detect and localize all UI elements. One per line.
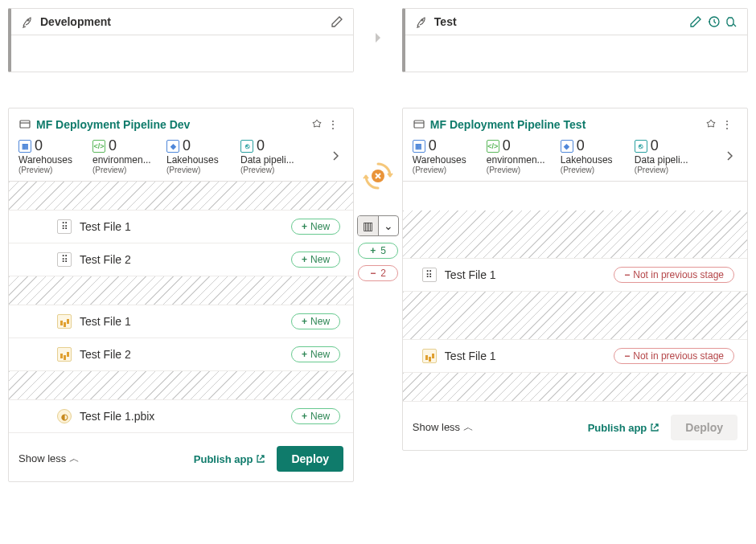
item-name: Test File 2 — [80, 253, 291, 266]
item-name: Test File 1 — [445, 350, 614, 362]
history-icon[interactable] — [707, 15, 720, 28]
compare-status-icon[interactable] — [363, 161, 393, 191]
item-row[interactable]: ◐ Test File 1.pbix +New — [9, 400, 353, 433]
report-icon — [57, 347, 72, 362]
item-row[interactable]: Test File 1 +New — [9, 305, 353, 338]
card-footer: Show less ︿ Publish app Deploy — [9, 433, 353, 472]
item-row[interactable]: Test File 1 −Not in previous stage — [403, 340, 747, 373]
item-row[interactable]: ⠿ Test File 1 −Not in previous stage — [403, 259, 747, 292]
stats-next-icon[interactable] — [327, 146, 343, 166]
pipeline-icon: ⎋ — [240, 140, 253, 153]
workspace-title: MF Deployment Pipeline Test — [430, 118, 702, 131]
item-name: Test File 1 — [445, 268, 614, 281]
svg-rect-3 — [20, 121, 30, 128]
stage-card-development: Development — [8, 8, 354, 72]
items-list: ⠿ Test File 1 +New ⠿ Test File 2 +New Te… — [9, 182, 353, 433]
new-badge: +New — [291, 219, 340, 235]
item-name: Test File 1 — [80, 220, 291, 233]
compare-mode-grid-icon[interactable]: ▥ — [358, 216, 378, 235]
stat-environments[interactable]: </>0 environmen... (Preview) — [92, 137, 166, 174]
chevron-up-icon: ︿ — [69, 452, 80, 464]
rocket-icon — [415, 15, 428, 28]
lakehouse-icon: ◆ — [561, 140, 573, 153]
stat-pipelines[interactable]: ⎋0 Data pipeli... (Preview) — [635, 137, 709, 174]
workspace-row: MF Deployment Pipeline Dev ⋮ ▦0 Warehous… — [8, 108, 748, 482]
hatched-placeholder — [9, 371, 353, 400]
new-badge: +New — [291, 408, 340, 424]
workspace-card-dev: MF Deployment Pipeline Dev ⋮ ▦0 Warehous… — [8, 108, 354, 482]
external-link-icon — [256, 454, 265, 464]
stats-row: ▦0 Warehouses (Preview) </>0 environmen.… — [9, 137, 353, 182]
hatched-placeholder — [403, 211, 747, 259]
stat-lakehouses[interactable]: ◆0 Lakehouses (Preview) — [561, 137, 635, 174]
edit-icon[interactable] — [331, 15, 343, 28]
stage-title: Development — [40, 15, 331, 28]
hatched-placeholder — [9, 276, 353, 305]
publish-app-link[interactable]: Publish app — [194, 453, 266, 465]
stage-title: Test — [434, 15, 689, 28]
workspace-icon — [18, 118, 31, 131]
lakehouse-icon: ◆ — [166, 140, 179, 153]
chevron-up-icon: ︿ — [463, 421, 474, 433]
deploy-button[interactable]: Deploy — [277, 446, 343, 472]
svg-rect-5 — [414, 121, 424, 128]
stat-environments[interactable]: </>0 environmen... (Preview) — [487, 137, 561, 174]
premium-icon — [311, 119, 323, 130]
not-in-previous-badge: −Not in previous stage — [614, 348, 734, 364]
stage-arrow-icon — [354, 8, 402, 43]
not-in-previous-badge: −Not in previous stage — [614, 267, 734, 283]
compare-column: ▥ ⌄ +5 −2 — [354, 108, 402, 281]
svg-point-0 — [27, 19, 29, 21]
item-name: Test File 2 — [80, 348, 291, 361]
svg-point-1 — [421, 19, 423, 21]
settings-icon[interactable] — [725, 15, 738, 28]
items-list: ⠿ Test File 1 −Not in previous stage Tes… — [403, 182, 747, 402]
removed-count-badge: −2 — [358, 265, 398, 281]
item-row[interactable]: ⠿ Test File 2 +New — [9, 243, 353, 276]
new-badge: +New — [291, 252, 340, 268]
hatched-placeholder — [9, 182, 353, 211]
compare-mode-select[interactable]: ▥ ⌄ — [357, 215, 399, 236]
stat-warehouses[interactable]: ▦0 Warehouses (Preview) — [413, 137, 487, 174]
deploy-button: Deploy — [671, 415, 738, 440]
show-less-toggle[interactable]: Show less ︿ — [413, 420, 474, 435]
stats-row: ▦0 Warehouses (Preview) </>0 environmen.… — [403, 137, 747, 182]
external-link-icon — [650, 423, 659, 432]
chevron-down-icon[interactable]: ⌄ — [378, 216, 398, 235]
item-row[interactable]: ⠿ Test File 1 +New — [9, 211, 353, 243]
dashboard-icon: ⠿ — [422, 268, 437, 282]
item-name: Test File 1.pbix — [80, 410, 291, 423]
environment-icon: </> — [487, 140, 499, 153]
rocket-icon — [21, 15, 34, 28]
report-icon — [422, 349, 437, 363]
show-less-toggle[interactable]: Show less ︿ — [18, 452, 80, 466]
hatched-placeholder — [403, 292, 747, 340]
warehouse-icon: ▦ — [413, 140, 425, 153]
new-badge: +New — [291, 313, 340, 329]
stage-headers-row: Development Test — [8, 8, 748, 72]
publish-app-link[interactable]: Publish app — [588, 422, 660, 434]
warehouse-icon: ▦ — [18, 140, 31, 153]
premium-icon — [705, 119, 717, 130]
workspace-icon — [413, 118, 425, 131]
dashboard-icon: ⠿ — [57, 219, 72, 234]
workspace-title: MF Deployment Pipeline Dev — [36, 118, 308, 131]
stats-next-icon[interactable] — [721, 146, 738, 166]
card-footer: Show less ︿ Publish app Deploy — [403, 402, 747, 440]
dashboard-icon: ⠿ — [57, 252, 72, 267]
stat-warehouses[interactable]: ▦0 Warehouses (Preview) — [18, 137, 92, 174]
added-count-badge: +5 — [358, 243, 398, 259]
hatched-placeholder — [403, 373, 747, 402]
stage-card-test: Test — [402, 8, 748, 72]
stat-pipelines[interactable]: ⎋0 Data pipeli... (Preview) — [240, 137, 314, 174]
stat-lakehouses[interactable]: ◆0 Lakehouses (Preview) — [166, 137, 240, 174]
more-menu[interactable]: ⋮ — [717, 118, 738, 131]
dataset-icon: ◐ — [57, 409, 72, 423]
new-badge: +New — [291, 346, 340, 362]
report-icon — [57, 314, 72, 329]
more-menu[interactable]: ⋮ — [323, 118, 343, 131]
edit-icon[interactable] — [689, 15, 702, 28]
item-row[interactable]: Test File 2 +New — [9, 338, 353, 371]
workspace-card-test: MF Deployment Pipeline Test ⋮ ▦0 Warehou… — [402, 108, 748, 451]
environment-icon: </> — [92, 140, 105, 153]
